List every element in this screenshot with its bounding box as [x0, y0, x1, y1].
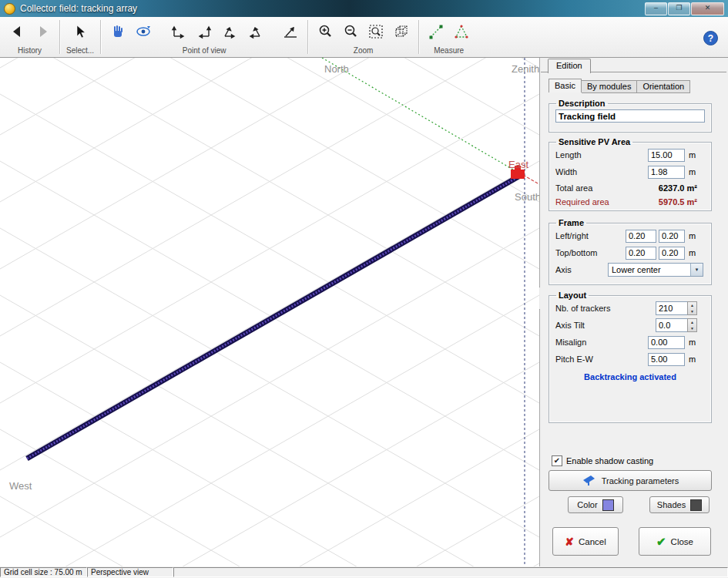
measure-distance-icon[interactable] [425, 21, 447, 42]
tracker-icon [582, 475, 597, 486]
compass-south-label: South [515, 191, 539, 203]
top-bottom-label: Top/bottom [555, 248, 626, 257]
tab-edition[interactable]: Edition [548, 59, 591, 73]
axis-dropdown[interactable]: Lower center ▼ [608, 263, 703, 277]
description-input[interactable] [555, 109, 705, 123]
zoom-window-icon[interactable] [365, 21, 387, 42]
axis-tilt-spin-up-icon[interactable]: ▲ [688, 319, 696, 325]
tracking-parameters-label: Tracking parameters [602, 476, 679, 486]
nb-trackers-input[interactable] [656, 301, 687, 315]
close-button[interactable]: ✔ Close [639, 527, 711, 556]
frame-group: Frame Left/right m Top/bottom m Axis Low… [549, 218, 712, 285]
frame-top-input[interactable] [626, 247, 656, 260]
top-bottom-unit: m [689, 248, 697, 257]
axis-tilt-label: Axis Tilt [555, 321, 656, 330]
pan-hand-icon[interactable] [107, 21, 129, 42]
close-check-icon: ✔ [656, 535, 666, 549]
width-input[interactable] [648, 166, 685, 179]
chevron-down-icon[interactable]: ▼ [690, 264, 703, 276]
axis-tilt-spin-down-icon[interactable]: ▼ [688, 325, 696, 331]
compass-west-label: West [9, 480, 32, 492]
color-button[interactable]: Color [568, 496, 623, 513]
misalign-label: Misalign [555, 338, 648, 347]
cancel-button-label: Cancel [579, 537, 606, 546]
north-axis-line [322, 58, 517, 172]
close-window-button[interactable]: ✕ [691, 2, 724, 15]
shades-button[interactable]: Shades [649, 496, 710, 513]
zoom-in-icon[interactable] [314, 21, 336, 42]
length-input[interactable] [648, 149, 685, 162]
axis-tilt-input[interactable] [656, 318, 687, 332]
zoom-extents-cube-icon[interactable] [391, 21, 412, 42]
pov-top-view-icon[interactable] [168, 21, 190, 42]
status-grid-cell-size: Grid cell size : 75.00 m [0, 567, 87, 577]
shades-swatch [690, 499, 702, 511]
shadow-casting-checkbox[interactable]: ✔ [552, 455, 562, 466]
frame-left-input[interactable] [626, 230, 656, 243]
pitch-ew-input[interactable] [648, 353, 685, 366]
close-button-label: Close [671, 537, 693, 546]
left-right-unit: m [689, 231, 697, 240]
measure-angle-icon[interactable] [451, 21, 472, 42]
pov-front-view-icon[interactable] [193, 21, 215, 42]
nb-trackers-spin-down-icon[interactable]: ▼ [688, 308, 696, 314]
measure-label: Measure [434, 46, 464, 55]
history-label: History [18, 46, 42, 55]
nb-trackers-spin-up-icon[interactable]: ▲ [688, 302, 696, 308]
history-back-button[interactable] [6, 21, 28, 42]
compass-north-label: North [324, 63, 349, 75]
status-view-mode: Perspective view [87, 567, 173, 577]
tab-by-modules[interactable]: By modules [582, 80, 637, 93]
select-group: Select... [65, 17, 96, 57]
toolbar: History Select... [0, 17, 728, 58]
sub-tab-strip: Basic By modules Orientation [549, 79, 690, 93]
required-area-label: Required area [555, 197, 659, 207]
shades-button-label: Shades [657, 500, 686, 509]
axis-dropdown-value: Lower center [609, 265, 690, 274]
zoom-out-icon[interactable] [340, 21, 361, 42]
required-area-value: 5970.5 m² [659, 197, 697, 207]
tracker-array[interactable] [27, 176, 520, 459]
length-label: Length [555, 150, 648, 160]
title-bar: Collector field: tracking array – ❐ ✕ [0, 0, 728, 17]
layout-group: Layout Nb. of trackers ▲ ▼ Axis Tilt ▲ ▼… [549, 291, 712, 423]
color-swatch [602, 499, 614, 511]
history-forward-button[interactable] [32, 21, 53, 42]
tab-orientation[interactable]: Orientation [637, 80, 690, 93]
pitch-ew-unit: m [689, 355, 697, 364]
misalign-unit: m [689, 338, 697, 347]
length-unit: m [689, 150, 697, 160]
left-right-label: Left/right [555, 231, 626, 240]
tracking-parameters-button[interactable]: Tracking parameters [549, 470, 712, 491]
east-axis-line [523, 175, 539, 184]
point-of-view-group: Point of view [106, 17, 303, 57]
maximize-button[interactable]: ❐ [668, 2, 690, 15]
status-empty-cell [173, 567, 728, 577]
pov-left-view-icon[interactable] [219, 21, 240, 42]
point-of-view-label: Point of view [183, 46, 226, 55]
pv-area-group-title: Sensitive PV Area [556, 137, 632, 146]
pv-area-group: Sensitive PV Area Length m Width m Total… [549, 137, 712, 211]
status-bar: Grid cell size : 75.00 m Perspective vie… [0, 566, 728, 578]
description-group-title: Description [556, 99, 608, 108]
misalign-input[interactable] [648, 336, 685, 349]
tab-basic[interactable]: Basic [549, 79, 582, 92]
help-button[interactable]: ? [703, 31, 718, 45]
frame-right-input[interactable] [659, 230, 685, 243]
orbit-view-icon[interactable] [133, 21, 154, 42]
color-button-label: Color [577, 500, 597, 509]
cancel-button[interactable]: ✘ Cancel [552, 527, 619, 556]
width-label: Width [555, 167, 648, 176]
window-title: Collector field: tracking array [20, 3, 137, 14]
pov-tilt-view-icon[interactable] [280, 21, 301, 42]
pitch-ew-label: Pitch E-W [555, 355, 648, 364]
select-tool-button[interactable] [69, 21, 91, 42]
viewport-3d[interactable]: North Zenith East South West [0, 58, 540, 566]
minimize-button[interactable]: – [645, 2, 667, 15]
select-label: Select... [66, 46, 94, 55]
frame-bottom-input[interactable] [659, 247, 685, 260]
pov-right-view-icon[interactable] [244, 21, 266, 42]
backtracking-status: Backtracking activated [555, 372, 705, 381]
compass-zenith-label: Zenith [512, 63, 539, 75]
history-group: History [5, 17, 55, 57]
